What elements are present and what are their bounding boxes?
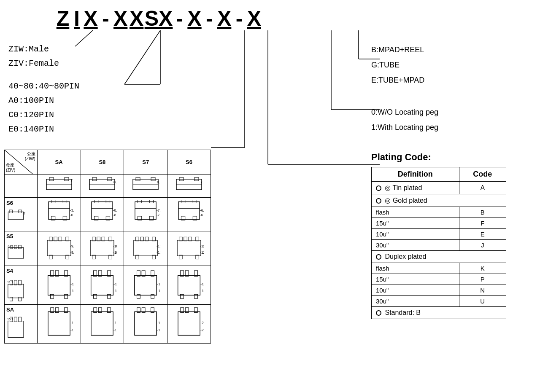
svg-text:-10.0: -10.0 [113,244,117,248]
plating-gold-flash-row: flash B [372,207,506,218]
sa-left-drawing: 15.7 [6,313,30,341]
duplex-15u-code: P [459,274,506,285]
svg-text:-15.0: -15.0 [157,282,161,286]
svg-text:-9.0: -9.0 [70,244,74,248]
plating-duplex-15u-row: 15u" P [372,274,506,285]
standard-circle-icon [376,310,381,316]
duplex-15u-def: 15u" [372,274,459,285]
svg-text:-12.0: -12.0 [200,244,204,248]
svg-text:-16.0: -16.0 [200,288,204,293]
cell-s6-sa: -3.0 -6.0 [37,198,81,231]
svg-text:7.1: 7.1 [200,180,204,184]
loc-0: 0:W/O Locating peg [371,105,532,120]
pn-i: I [71,6,83,31]
connector-s6-s6: -6.0 -6.0 [174,200,204,227]
svg-rect-71 [90,240,114,255]
gold-circle-icon [376,198,381,204]
plating-table: Definition Code ◎ Tin plated A [371,167,506,319]
svg-text:-18.0: -18.0 [157,321,160,325]
plating-duplex-header-row: Duplex plated [372,251,506,263]
s4-left-drawing: 11.7 [6,274,30,302]
svg-text:-20.0: -20.0 [200,328,204,332]
svg-rect-43 [150,200,154,203]
pn-sx: SX [145,6,173,31]
pn-x1: X [83,6,99,31]
connector-s5-sa: -9.0 -9.0 [44,233,74,263]
plating-gold-10u-row: 10u" E [372,229,506,240]
connector-sa-s8: -17.0 -18.0 [87,306,117,341]
packaging-info: B:MPAD+REEL G:TUBE E:TUBE+MPAD [371,42,532,88]
cell-sa-s6: -20.0 -20.0 [167,305,211,344]
plating-gold-30u-row: 30u" J [372,240,506,251]
type-info: ZIW:Male ZIV:Female [8,42,79,71]
duplex-10u-code: N [459,285,506,296]
pn-x2: X [186,6,202,31]
gold-15u-def: 15u" [372,218,459,229]
gold-15u-code: F [459,218,506,229]
duplex-30u-def: 30u" [372,296,459,307]
svg-rect-89 [177,240,201,255]
svg-text:8.7: 8.7 [157,180,160,184]
s5-left-drawing: 7.2 [6,240,30,263]
connector-s6-male: 7.1 [174,176,204,195]
pkg-b: B:MPAD+REEL [371,42,532,57]
svg-text:-7.0: -7.0 [157,208,160,212]
svg-text:-6.0: -6.0 [200,208,204,212]
svg-rect-98 [8,284,24,298]
plating-gold-header-row: ◎ Gold plated [372,194,506,207]
plating-col-def: Definition [372,167,459,182]
svg-text:-10.0: -10.0 [113,250,117,254]
cell-s4-s7: -15.0 -15.0 [124,266,167,305]
pn-sep1: - [102,6,109,31]
row-empty [5,175,38,198]
svg-rect-154 [135,311,157,335]
svg-rect-137 [8,321,24,338]
col-header-s7: S7 [124,150,167,175]
row-label-s4: S4 11.7 [5,266,38,305]
cell-s6-s6: -6.0 -6.0 [167,198,211,231]
cell-s4-sa: -13.0 -13.0 [37,266,81,305]
svg-rect-27 [63,200,67,203]
cell-s4-s6: -16.0 -16.0 [167,266,211,305]
svg-text:15.7: 15.7 [7,317,13,321]
plating-gold-header: ◎ Gold plated [372,194,506,207]
svg-rect-121 [135,275,157,295]
pn-x4: X [246,6,262,31]
plating-gold-15u-row: 15u" F [372,218,506,229]
svg-rect-23 [19,210,22,213]
svg-text:11.7: 11.7 [7,280,13,284]
svg-text:-11.0: -11.0 [157,244,160,248]
ziv-label: ZIV:Female [8,56,79,71]
svg-rect-59 [14,245,17,249]
svg-rect-33 [92,202,113,220]
cell-s6-s7: -7.0 -7.0 [124,198,167,231]
col-header-s6: S6 [167,150,211,175]
connector-sa-s6: -20.0 -20.0 [174,306,204,341]
svg-text:7.2: 7.2 [7,244,11,248]
row-label-s6: S6 7 [5,198,38,231]
connector-s4-s6: -16.0 -16.0 [174,268,204,301]
cell-s5-s8: -10.0 -10.0 [81,231,124,266]
svg-text:-13.0: -13.0 [70,282,74,286]
svg-text:-14.0: -14.0 [114,282,117,286]
plating-tin-def: ◎ Tin plated [372,182,459,194]
plating-duplex-10u-row: 10u" N [372,285,506,296]
svg-text:-19.0: -19.0 [157,328,160,332]
plating-duplex-flash-row: flash K [372,263,506,274]
gold-10u-def: 10u" [372,229,459,240]
cell-s5-s6: -12.0 -12.0 [167,231,211,266]
plating-tin-row: ◎ Tin plated A [372,182,506,194]
connector-s7-male: 8.7 [131,176,160,195]
pin-40-80: 40~80:40~80PIN [8,79,79,94]
svg-rect-80 [134,240,157,255]
connector-table-container: 公座(ZIW) 母座(ZIV) SA S8 S7 S6 [4,150,211,344]
svg-text:-9.0: -9.0 [70,250,74,254]
col-header-s8: S8 [81,150,124,175]
plating-col-code: Code [459,167,506,182]
cell-sa-sa: -17.0 -17.0 [37,305,81,344]
svg-rect-148 [91,311,113,335]
svg-rect-41 [135,202,156,220]
svg-text:-6.0: -6.0 [200,213,204,217]
svg-rect-34 [94,200,98,203]
cell-header-s7: 8.7 [124,175,167,198]
